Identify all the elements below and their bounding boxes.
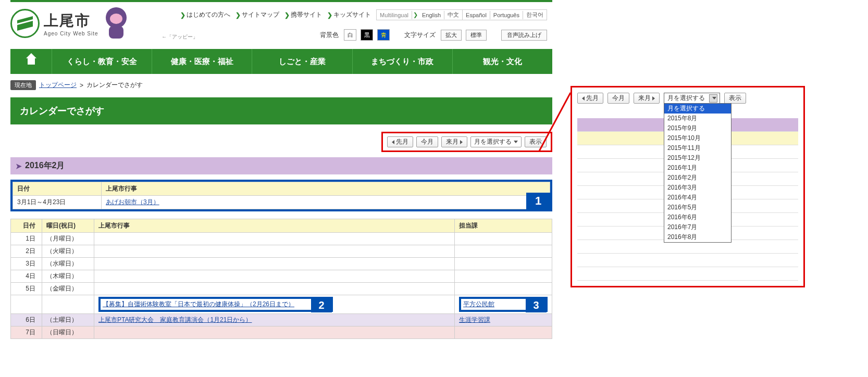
table-row: 7日（日曜日） bbox=[11, 326, 552, 339]
topnav-kids[interactable]: ❯キッズサイト bbox=[327, 10, 371, 19]
today-button[interactable]: 今月 bbox=[416, 136, 438, 147]
site-subtitle: Ageo City Web Site bbox=[44, 31, 98, 36]
dropdown-arrow-icon bbox=[709, 94, 717, 103]
prev-month-button[interactable]: 先月 bbox=[387, 136, 413, 147]
th-day: 曜日(祝日) bbox=[42, 219, 94, 233]
global-nav: くらし・教育・安全 健康・医療・福祉 しごと・産業 まちづくり・市政 観光・文化 bbox=[10, 49, 552, 74]
annotation-1: 1 bbox=[526, 193, 550, 209]
language-switcher: Multilingual ❯ English 中文 Español Portug… bbox=[376, 9, 547, 20]
size-std-button[interactable]: 標準 bbox=[466, 30, 487, 41]
lang-korean[interactable]: 한국어 bbox=[523, 10, 547, 20]
lang-portuguese[interactable]: Português bbox=[490, 11, 523, 19]
table-row: 4日（木曜日） bbox=[11, 270, 552, 283]
dropdown-option[interactable]: 2016年2月 bbox=[664, 173, 731, 183]
dept-link[interactable]: 生涯学習課 bbox=[459, 316, 490, 323]
display-settings: 背景色 白 黒 青 文字サイズ 拡大 標準 音声読み上げ bbox=[320, 29, 547, 41]
table-row: 1日（月曜日） bbox=[11, 233, 552, 245]
event-link[interactable]: あげお朝市（3月） bbox=[106, 198, 159, 206]
header: 上尾市 Ageo City Web Site ←「アッピー」 ❯はじめての方へ … bbox=[10, 2, 552, 49]
table-row: 5日（金曜日） bbox=[11, 283, 552, 295]
breadcrumb-current: カレンダーでさがす bbox=[86, 81, 143, 90]
bg-blue-button[interactable]: 青 bbox=[377, 29, 390, 41]
chevron-down-icon bbox=[514, 141, 518, 143]
breadcrumb: 現在地 トップページ > カレンダーでさがす bbox=[10, 74, 552, 93]
topnav-mobile[interactable]: ❯携帯サイト bbox=[284, 10, 322, 19]
table-row: 【募集】自彊術体験教室「日本で最初の健康体操」（2月26日まで）2平方公民館3 bbox=[11, 295, 552, 314]
dropdown-option[interactable]: 2015年8月 bbox=[664, 114, 731, 123]
nav-tourism[interactable]: 観光・文化 bbox=[453, 49, 552, 74]
month-navigation: 先月 今月 来月 月を選択する 表示 bbox=[381, 132, 552, 152]
topnav-beginner[interactable]: ❯はじめての方へ bbox=[180, 10, 230, 19]
event-link[interactable]: 【募集】自彊術体験教室「日本で最初の健康体操」（2月26日まで） bbox=[103, 300, 294, 308]
dropdown-option[interactable]: 2016年6月 bbox=[664, 212, 731, 222]
dropdown-option[interactable]: 2015年10月 bbox=[664, 133, 731, 143]
mascot-icon bbox=[103, 5, 134, 42]
event-link[interactable]: 上尾市PTA研究大会 家庭教育講演会（1月21日から） bbox=[98, 316, 252, 323]
dropdown-option[interactable]: 2015年12月 bbox=[664, 153, 731, 163]
cell-date: 3月1日～4月23日 bbox=[13, 196, 102, 209]
dropdown-option[interactable]: 2016年4月 bbox=[664, 193, 731, 203]
th-date: 日付 bbox=[13, 182, 102, 196]
calendar-table: 日付 曜日(祝日) 上尾市行事 担当課 1日（月曜日）2日（火曜日）3日（水曜日… bbox=[10, 219, 552, 339]
callout-today-button[interactable]: 今月 bbox=[607, 93, 629, 104]
table-row: 6日（土曜日）上尾市PTA研究大会 家庭教育講演会（1月21日から）生涯学習課 bbox=[11, 314, 552, 326]
logo-icon bbox=[10, 9, 40, 38]
bg-label: 背景色 bbox=[320, 31, 339, 40]
triangle-left-icon bbox=[392, 140, 394, 144]
annotation-3: 3 bbox=[526, 298, 547, 312]
annotation-2: 2 bbox=[311, 298, 332, 312]
dropdown-option[interactable]: 2016年5月 bbox=[664, 203, 731, 212]
summary-table-highlight: 日付 上尾市行事 3月1日～4月23日 あげお朝市（3月） 1 bbox=[10, 180, 552, 211]
triangle-right-icon bbox=[460, 140, 463, 144]
nav-city[interactable]: まちづくり・市政 bbox=[353, 49, 453, 74]
topnav-sitemap[interactable]: ❯サイトマップ bbox=[235, 10, 279, 19]
lang-spanish[interactable]: Español bbox=[463, 11, 490, 19]
size-label: 文字サイズ bbox=[404, 31, 436, 40]
lang-chinese[interactable]: 中文 bbox=[444, 10, 463, 20]
next-month-button[interactable]: 来月 bbox=[441, 136, 467, 147]
breadcrumb-home[interactable]: トップページ bbox=[39, 81, 77, 90]
bg-black-button[interactable]: 黒 bbox=[361, 29, 373, 41]
callout-prev-button[interactable]: 先月 bbox=[577, 93, 603, 104]
month-heading: ➤2016年2月 bbox=[10, 157, 552, 174]
dropdown-option[interactable]: 2016年1月 bbox=[664, 163, 731, 173]
summary-table: 日付 上尾市行事 3月1日～4月23日 あげお朝市（3月） bbox=[13, 182, 550, 209]
voice-button[interactable]: 音声読み上げ bbox=[501, 30, 547, 41]
breadcrumb-badge: 現在地 bbox=[10, 80, 36, 90]
dropdown-option[interactable]: 2015年9月 bbox=[664, 123, 731, 133]
nav-work[interactable]: しごと・産業 bbox=[252, 49, 352, 74]
table-row: 3日（水曜日） bbox=[11, 258, 552, 270]
callout-month-select[interactable]: 月を選択する bbox=[664, 93, 720, 104]
dropdown-option[interactable]: 月を選択する bbox=[664, 104, 731, 114]
mascot-label: ←「アッピー」 bbox=[162, 33, 198, 41]
nav-life[interactable]: くらし・教育・安全 bbox=[52, 49, 152, 74]
page-title: カレンダーでさがす bbox=[10, 97, 552, 124]
dropdown-option[interactable]: 2016年3月 bbox=[664, 183, 731, 193]
dropdown-option[interactable]: 2016年8月 bbox=[664, 232, 731, 242]
bg-white-button[interactable]: 白 bbox=[344, 29, 356, 41]
logo[interactable]: 上尾市 Ageo City Web Site bbox=[10, 5, 134, 42]
callout-dropdown-expanded: 先月 今月 来月 月を選択する 月を選択する2015年8月2015年9月2015… bbox=[571, 86, 805, 287]
size-large-button[interactable]: 拡大 bbox=[441, 30, 462, 41]
month-dropdown-list: 月を選択する2015年8月2015年9月2015年10月2015年11月2015… bbox=[664, 103, 731, 243]
home-icon bbox=[25, 56, 38, 67]
callout-show-button[interactable]: 表示 bbox=[724, 93, 746, 104]
table-row: 3月1日～4月23日 あげお朝市（3月） bbox=[13, 196, 550, 209]
table-row: 2日（火曜日） bbox=[11, 245, 552, 258]
th-dept: 担当課 bbox=[455, 219, 552, 233]
th-date2: 日付 bbox=[11, 219, 42, 233]
month-select[interactable]: 月を選択する bbox=[470, 136, 522, 147]
nav-health[interactable]: 健康・医療・福祉 bbox=[152, 49, 252, 74]
dept-link[interactable]: 平方公民館 bbox=[463, 300, 494, 308]
lang-multilingual[interactable]: Multilingual bbox=[377, 11, 412, 19]
lang-english[interactable]: English bbox=[419, 11, 444, 19]
callout-next-button[interactable]: 来月 bbox=[634, 93, 660, 104]
th-event2: 上尾市行事 bbox=[94, 219, 455, 233]
top-nav: ❯はじめての方へ ❯サイトマップ ❯携帯サイト ❯キッズサイト Multilin… bbox=[172, 9, 547, 20]
dropdown-option[interactable]: 2016年7月 bbox=[664, 222, 731, 232]
dropdown-option[interactable]: 2015年11月 bbox=[664, 143, 731, 153]
site-title: 上尾市 bbox=[44, 11, 98, 31]
th-event: 上尾市行事 bbox=[102, 182, 550, 196]
nav-home[interactable] bbox=[10, 49, 52, 74]
